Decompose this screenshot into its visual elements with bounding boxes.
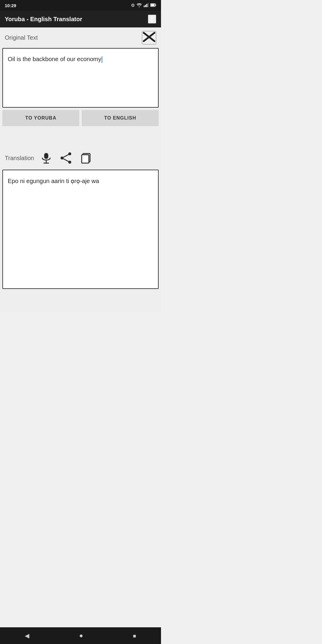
original-text-input[interactable]: Oil is the backbone of our economy — [2, 48, 159, 108]
battery-icon — [150, 3, 156, 8]
translate-buttons-row: TO YORUBA TO ENGLISH — [2, 110, 159, 126]
svg-rect-4 — [148, 3, 149, 7]
share-button[interactable] — [58, 151, 73, 165]
svg-rect-19 — [82, 155, 89, 163]
status-icons — [131, 3, 156, 8]
translation-section: Translation — [0, 146, 161, 289]
bottom-spacer — [0, 291, 161, 312]
translation-label: Translation — [5, 155, 34, 162]
text-cursor — [102, 56, 102, 63]
original-text-label: Original Text — [5, 34, 38, 41]
svg-rect-10 — [44, 153, 48, 159]
svg-rect-2 — [145, 5, 146, 7]
translation-text-value: Epo ni egungun aarin ti ọrọ-aje wa — [8, 178, 99, 184]
svg-rect-3 — [146, 4, 147, 7]
original-text-header: Original Text — [0, 27, 161, 47]
main-content: Original Text Oil is the backbone of our… — [0, 27, 161, 312]
clear-button[interactable] — [142, 31, 156, 44]
svg-line-16 — [62, 154, 70, 158]
translation-header: Translation — [0, 146, 161, 168]
translation-text-box: Epo ni egungun aarin ti ọrọ-aje wa — [2, 170, 159, 289]
to-yoruba-button[interactable]: TO YORUBA — [2, 110, 79, 126]
status-time: 10:29 — [5, 3, 16, 8]
app-bar: Yoruba - English Translator ⋮ — [0, 11, 161, 27]
original-text-value: Oil is the backbone of our economy — [8, 56, 101, 62]
wifi-icon — [137, 3, 142, 8]
gear-icon — [131, 3, 135, 8]
signal-icon — [144, 3, 148, 8]
menu-button[interactable]: ⋮ — [148, 15, 156, 24]
copy-button[interactable] — [78, 150, 94, 166]
svg-line-17 — [62, 158, 70, 162]
svg-rect-7 — [151, 4, 155, 6]
to-english-button[interactable]: TO ENGLISH — [82, 110, 159, 126]
spacer — [0, 129, 161, 146]
status-bar: 10:29 — [0, 0, 161, 11]
svg-rect-1 — [144, 6, 145, 7]
svg-rect-6 — [156, 4, 156, 6]
svg-point-0 — [139, 6, 140, 7]
mic-button[interactable] — [39, 151, 54, 165]
app-title: Yoruba - English Translator — [5, 16, 82, 23]
